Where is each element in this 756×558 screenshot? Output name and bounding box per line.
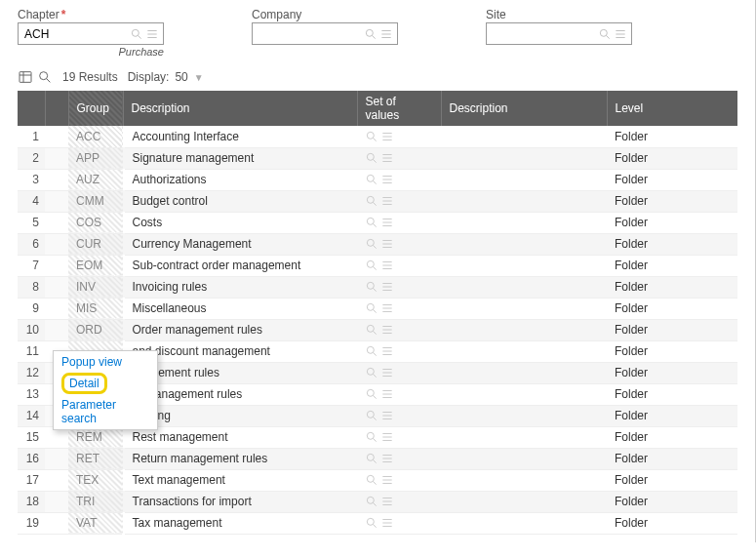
table-row[interactable]: 18TRITransactions for importFolder — [18, 491, 737, 512]
set-of-values-cell[interactable] — [357, 319, 441, 340]
set-of-values-cell[interactable] — [357, 512, 441, 534]
set-of-values-cell[interactable] — [357, 255, 441, 276]
row-number: 11 — [18, 340, 45, 362]
set-of-values-cell[interactable] — [357, 147, 441, 169]
description2-cell — [441, 147, 607, 169]
site-label: Site — [486, 8, 632, 21]
table-row[interactable]: 19VATTax managementFolder — [18, 512, 737, 534]
filter-chapter: Chapter* Purchase — [18, 8, 164, 58]
level-cell: Folder — [607, 147, 737, 169]
col-description-2[interactable]: Description — [441, 91, 607, 126]
svg-line-40 — [373, 180, 376, 183]
chevron-down-icon[interactable]: ▼ — [194, 72, 204, 83]
set-of-values-cell[interactable] — [357, 405, 441, 426]
edit-icon[interactable] — [45, 212, 68, 233]
search-icon[interactable] — [364, 27, 378, 41]
row-number: 4 — [18, 190, 45, 212]
svg-line-152 — [373, 481, 376, 484]
required-indicator: * — [61, 8, 66, 21]
edit-icon[interactable] — [45, 319, 68, 340]
site-input[interactable] — [487, 25, 598, 43]
table-row[interactable]: 17TEXText managementFolder — [18, 469, 737, 491]
description-cell: Signature management — [123, 147, 357, 169]
svg-line-6 — [372, 35, 375, 38]
set-of-values-cell[interactable] — [357, 340, 441, 362]
company-label: Company — [252, 8, 398, 21]
list-icon[interactable] — [145, 27, 159, 41]
context-menu: Popup viewDetailParameter search — [53, 350, 158, 430]
table-row[interactable]: 9MISMiscellaneousFolder — [18, 298, 737, 319]
level-cell: Folder — [607, 383, 737, 405]
search-icon[interactable] — [37, 69, 53, 85]
context-menu-item[interactable]: Parameter search — [54, 394, 157, 429]
set-of-values-cell[interactable] — [357, 276, 441, 298]
edit-icon[interactable] — [45, 298, 68, 319]
set-of-values-cell[interactable] — [357, 426, 441, 448]
edit-icon[interactable] — [45, 255, 68, 276]
level-cell: Folder — [607, 491, 737, 512]
search-icon[interactable] — [130, 27, 143, 41]
company-input[interactable] — [253, 25, 364, 43]
table-row[interactable]: 5COSCostsFolder — [18, 212, 737, 233]
set-of-values-cell[interactable] — [357, 212, 441, 233]
table-row[interactable]: 7EOMSub-contract order managementFolder — [18, 255, 737, 276]
description-cell: Accounting Interface — [123, 126, 357, 147]
edit-icon[interactable] — [45, 190, 68, 212]
table-row[interactable]: 6CURCurrency ManagementFolder — [18, 233, 737, 255]
svg-point-103 — [367, 346, 374, 353]
level-cell: Folder — [607, 298, 737, 319]
description2-cell — [441, 276, 607, 298]
edit-icon[interactable] — [45, 126, 68, 147]
edit-icon[interactable] — [45, 169, 68, 190]
table-row[interactable]: 8INVInvoicing rulesFolder — [18, 276, 737, 298]
row-number: 19 — [18, 512, 45, 534]
table-row[interactable]: 3AUZAuthorizationsFolder — [18, 169, 737, 190]
row-number: 14 — [18, 405, 45, 426]
context-menu-item[interactable]: Popup view — [54, 351, 157, 373]
set-of-values-cell[interactable] — [357, 190, 441, 212]
set-of-values-cell[interactable] — [357, 169, 441, 190]
edit-icon[interactable] — [45, 491, 68, 512]
description-cell: Invoicing rules — [123, 276, 357, 298]
list-icon[interactable] — [614, 27, 627, 41]
description2-cell — [441, 233, 607, 255]
chapter-input[interactable] — [19, 25, 130, 43]
set-of-values-cell[interactable] — [357, 491, 441, 512]
view-icon[interactable] — [18, 69, 33, 85]
description-cell: pt management rules — [123, 383, 357, 405]
row-number: 17 — [18, 469, 45, 491]
col-set-of-values[interactable]: Set of values — [357, 91, 441, 126]
col-description[interactable]: Description — [123, 91, 357, 126]
table-row[interactable]: 10ORDOrder management rulesFolder — [18, 319, 737, 340]
col-level[interactable]: Level — [607, 91, 737, 126]
col-group[interactable]: Group — [68, 91, 123, 126]
set-of-values-cell[interactable] — [357, 233, 441, 255]
table-row[interactable]: 16RETReturn management rulesFolder — [18, 448, 737, 469]
edit-icon[interactable] — [45, 448, 68, 469]
edit-icon[interactable] — [45, 233, 68, 255]
row-number: 9 — [18, 298, 45, 319]
edit-icon[interactable] — [45, 147, 68, 169]
set-of-values-cell[interactable] — [357, 126, 441, 147]
set-of-values-cell[interactable] — [357, 362, 441, 383]
set-of-values-cell[interactable] — [357, 383, 441, 405]
set-of-values-cell[interactable] — [357, 448, 441, 469]
svg-line-1 — [138, 35, 140, 38]
row-number: 12 — [18, 362, 45, 383]
search-icon[interactable] — [598, 27, 612, 41]
group-cell: VAT — [68, 512, 123, 534]
edit-icon[interactable] — [45, 512, 68, 534]
table-row[interactable]: 1ACCAccounting InterfaceFolder — [18, 126, 737, 147]
table-row[interactable]: 4CMMBudget controlFolder — [18, 190, 737, 212]
svg-line-32 — [373, 159, 376, 162]
set-of-values-cell[interactable] — [357, 469, 441, 491]
context-menu-item[interactable]: Detail — [54, 373, 157, 394]
description2-cell — [441, 469, 607, 491]
edit-icon[interactable] — [45, 276, 68, 298]
table-row[interactable]: 2APPSignature managementFolder — [18, 147, 737, 169]
edit-icon[interactable] — [45, 469, 68, 491]
set-of-values-cell[interactable] — [357, 298, 441, 319]
display-value[interactable]: 50 — [175, 70, 187, 84]
list-icon[interactable] — [379, 27, 393, 41]
group-cell: CUR — [68, 233, 123, 255]
